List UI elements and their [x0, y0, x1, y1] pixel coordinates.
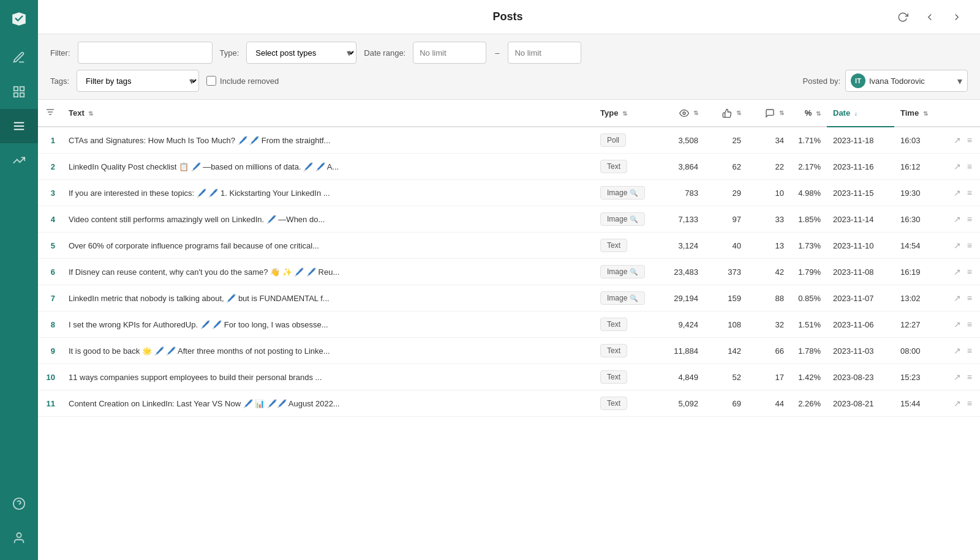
app-logo[interactable]	[0, 0, 38, 38]
open-post-button[interactable]: ↗	[952, 134, 963, 146]
more-options-button[interactable]: ≡	[965, 397, 974, 409]
posted-by-select[interactable]: IT Ivana Todorovic ▾	[845, 70, 968, 92]
post-text[interactable]: Content Creation on LinkedIn: Last Year …	[62, 390, 594, 417]
likes-cell: 62	[704, 154, 747, 180]
tags-select[interactable]: Filter by tags	[77, 70, 199, 92]
tags-label: Tags:	[50, 77, 69, 86]
more-options-button[interactable]: ≡	[965, 266, 974, 278]
post-text[interactable]: I set the wrong KPIs for AuthoredUp. 🖊️ …	[62, 312, 594, 338]
comments-cell: 88	[747, 285, 790, 312]
likes-cell: 52	[704, 364, 747, 390]
col-time-sort-icon: ⇅	[923, 110, 928, 117]
col-comments[interactable]: ⇅	[747, 100, 790, 127]
open-post-button[interactable]: ↗	[952, 397, 963, 409]
open-post-button[interactable]: ↗	[952, 239, 963, 252]
more-options-button[interactable]: ≡	[965, 187, 974, 199]
comments-cell: 66	[747, 338, 790, 364]
more-options-button[interactable]: ≡	[965, 239, 974, 252]
views-cell: 29,194	[655, 285, 704, 312]
action-cell: ↗ ≡	[937, 312, 980, 338]
time-cell: 14:54	[894, 233, 937, 259]
more-options-button[interactable]: ≡	[965, 318, 974, 330]
open-post-button[interactable]: ↗	[952, 187, 963, 199]
post-type-cell: Poll	[594, 127, 655, 154]
include-removed-input[interactable]	[206, 76, 216, 86]
post-text[interactable]: CTAs and Signatures: How Much Is Too Muc…	[62, 127, 594, 154]
post-text[interactable]: If you are interested in these topics: 🖊…	[62, 180, 594, 206]
percent-cell: 1.78%	[790, 338, 827, 364]
post-text[interactable]: It is good to be back 🌟 🖊️ 🖊️ After thre…	[62, 338, 594, 364]
post-text[interactable]: LinkedIn metric that nobody is talking a…	[62, 285, 594, 312]
col-date[interactable]: Date ↓	[827, 100, 894, 127]
sidebar-item-profile[interactable]	[0, 521, 38, 555]
row-number: 3	[38, 180, 62, 206]
col-date-label: Date	[833, 108, 850, 118]
more-options-button[interactable]: ≡	[965, 292, 974, 304]
open-post-button[interactable]: ↗	[952, 292, 963, 304]
col-text[interactable]: Text ⇅	[62, 100, 594, 127]
col-views[interactable]: ⇅	[655, 100, 704, 127]
col-type[interactable]: Type ⇅	[594, 100, 655, 127]
more-options-button[interactable]: ≡	[965, 134, 974, 146]
col-likes[interactable]: ⇅	[704, 100, 747, 127]
forward-button[interactable]	[946, 6, 968, 28]
sidebar-item-growth[interactable]	[0, 143, 38, 177]
more-options-button[interactable]: ≡	[965, 345, 974, 357]
refresh-button[interactable]	[892, 6, 914, 28]
include-removed-checkbox[interactable]: Include removed	[206, 76, 279, 86]
sidebar-item-help[interactable]	[0, 487, 38, 521]
views-cell: 11,884	[655, 338, 704, 364]
sidebar-bottom	[0, 487, 38, 560]
sidebar-item-posts[interactable]	[0, 109, 38, 143]
open-post-button[interactable]: ↗	[952, 371, 963, 383]
date-from-input[interactable]	[413, 42, 486, 64]
action-cell: ↗ ≡	[937, 364, 980, 390]
date-to-input[interactable]	[508, 42, 581, 64]
open-post-button[interactable]: ↗	[952, 213, 963, 225]
open-post-button[interactable]: ↗	[952, 318, 963, 330]
post-text[interactable]: Video content still performs amazingly w…	[62, 206, 594, 233]
main-content: Posts Filter: T	[38, 0, 980, 560]
filter-input[interactable]	[78, 42, 213, 64]
type-label: Type:	[220, 48, 239, 58]
include-removed-label: Include removed	[220, 77, 279, 86]
type-badge: Image🔍	[600, 212, 645, 226]
more-options-button[interactable]: ≡	[965, 160, 974, 173]
type-select[interactable]: Select post types	[246, 42, 356, 64]
col-time[interactable]: Time ⇅	[894, 100, 937, 127]
open-post-button[interactable]: ↗	[952, 345, 963, 357]
filter-bar: Filter: Type: Select post types ▾ Date r…	[38, 34, 980, 100]
post-text[interactable]: 11 ways companies support employees to b…	[62, 364, 594, 390]
post-text[interactable]: LinkedIn Quality Post checklist 📋 🖊️ —ba…	[62, 154, 594, 180]
sidebar-nav	[0, 40, 38, 177]
row-number: 11	[38, 390, 62, 417]
sidebar-item-analytics[interactable]	[0, 75, 38, 109]
thumb-up-icon	[722, 108, 734, 117]
views-cell: 3,508	[655, 127, 704, 154]
comments-cell: 13	[747, 233, 790, 259]
col-percent[interactable]: % ⇅	[790, 100, 827, 127]
table-row: 11 Content Creation on LinkedIn: Last Ye…	[38, 390, 980, 417]
col-percent-label: %	[805, 108, 812, 118]
back-button[interactable]	[919, 6, 941, 28]
col-filter[interactable]	[38, 100, 62, 127]
row-number: 2	[38, 154, 62, 180]
table-row: 5 Over 60% of corporate influence progra…	[38, 233, 980, 259]
more-options-button[interactable]: ≡	[965, 371, 974, 383]
posted-by-wrapper: Posted by: IT Ivana Todorovic ▾	[803, 70, 968, 92]
post-text[interactable]: If Disney can reuse content, why can't y…	[62, 259, 594, 285]
col-date-sort-icon: ↓	[854, 110, 858, 117]
post-type-cell: Image🔍	[594, 180, 655, 206]
page-header: Posts	[38, 0, 980, 34]
type-badge: Text	[600, 397, 627, 410]
more-options-button[interactable]: ≡	[965, 213, 974, 225]
type-badge: Text	[600, 239, 627, 252]
time-cell: 13:02	[894, 285, 937, 312]
time-cell: 12:27	[894, 312, 937, 338]
sidebar-item-compose[interactable]	[0, 40, 38, 75]
open-post-button[interactable]: ↗	[952, 266, 963, 278]
post-text[interactable]: Over 60% of corporate influence programs…	[62, 233, 594, 259]
post-type-cell: Text	[594, 312, 655, 338]
open-post-button[interactable]: ↗	[952, 160, 963, 173]
date-cell: 2023-08-21	[827, 390, 894, 417]
